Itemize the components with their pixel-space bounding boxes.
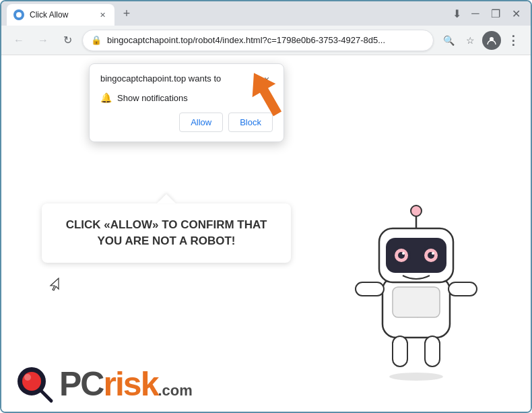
minimize-button[interactable]: ─ — [466, 4, 485, 23]
profile-button[interactable] — [482, 31, 501, 50]
maximize-button[interactable]: ❐ — [486, 4, 505, 23]
page-inner: bingocaptchapoint.top wants to × 🔔 Show … — [1, 55, 531, 412]
svg-point-19 — [432, 252, 434, 255]
pc-text: PC — [59, 364, 103, 404]
svg-rect-4 — [448, 282, 477, 296]
svg-line-24 — [41, 391, 51, 401]
svg-point-7 — [389, 373, 443, 381]
address-input[interactable]: 🔒 bingocaptchapoint.top/robot4/index.htm… — [82, 30, 434, 51]
address-actions: 🔍 ☆ ⋮ — [439, 31, 523, 50]
reload-button[interactable]: ↻ — [58, 31, 77, 50]
search-icon[interactable]: 🔍 — [439, 31, 458, 50]
captcha-message: CLICK «ALLOW» TO CONFIRM THAT YOU ARE NO… — [62, 217, 271, 249]
pcrisk-magnifier-icon — [15, 364, 54, 404]
risk-text: risk — [103, 364, 158, 404]
page-content: bingocaptchapoint.top wants to × 🔔 Show … — [1, 55, 531, 412]
bookmark-icon[interactable]: ☆ — [461, 31, 479, 50]
tab-title: Click Allow — [30, 10, 92, 20]
address-bar: ← → ↻ 🔒 bingocaptchapoint.top/robot4/ind… — [1, 26, 531, 55]
menu-icon[interactable]: ⋮ — [504, 31, 523, 50]
allow-button[interactable]: Allow — [179, 113, 223, 132]
svg-marker-1 — [242, 66, 290, 121]
svg-point-18 — [402, 252, 405, 255]
pcrisk-logo: PC risk .com — [15, 364, 193, 404]
svg-point-22 — [22, 372, 41, 391]
window-controls: ─ ❐ ✕ — [466, 4, 525, 23]
cursor-icon — [47, 278, 59, 296]
browser-tab[interactable]: Click Allow ✕ — [7, 4, 114, 26]
svg-rect-20 — [393, 287, 440, 317]
svg-rect-5 — [393, 336, 407, 367]
close-button[interactable]: ✕ — [506, 4, 525, 23]
new-tab-button[interactable]: + — [117, 4, 136, 23]
back-button[interactable]: ← — [9, 31, 28, 50]
browser-window: Click Allow ✕ + ⬇ ─ ❐ ✕ ← → ↻ 🔒 bingocap… — [0, 0, 532, 413]
download-icon[interactable]: ⬇ — [447, 4, 466, 23]
svg-point-10 — [411, 205, 422, 216]
tab-close-button[interactable]: ✕ — [97, 9, 108, 20]
title-bar: Click Allow ✕ + ⬇ ─ ❐ ✕ — [1, 1, 531, 26]
com-text: .com — [158, 383, 192, 398]
svg-point-23 — [24, 374, 31, 381]
permission-text: Show notifications — [117, 93, 188, 103]
orange-arrow — [237, 66, 298, 129]
url-text: bingocaptchapoint.top/robot4/index.html?… — [107, 35, 425, 45]
bell-icon: 🔔 — [100, 92, 112, 103]
tab-favicon-icon — [13, 9, 24, 20]
pcrisk-brand-text: PC risk .com — [59, 364, 193, 404]
svg-rect-6 — [425, 336, 440, 367]
message-box: CLICK «ALLOW» TO CONFIRM THAT YOU ARE NO… — [42, 203, 291, 263]
forward-button[interactable]: → — [34, 31, 53, 50]
lock-icon: 🔒 — [91, 35, 102, 45]
robot-illustration — [342, 196, 490, 371]
svg-rect-3 — [356, 282, 384, 296]
